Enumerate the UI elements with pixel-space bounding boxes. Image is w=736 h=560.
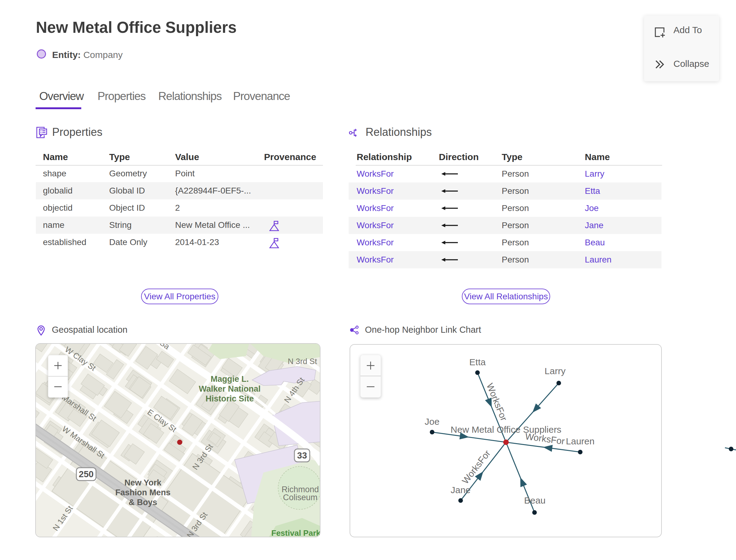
svg-text:New York: New York bbox=[125, 478, 162, 487]
svg-text:Historic Site: Historic Site bbox=[205, 394, 254, 403]
svg-text:250: 250 bbox=[79, 469, 94, 479]
svg-text:Coliseum: Coliseum bbox=[283, 493, 318, 502]
svg-text:Beau: Beau bbox=[524, 495, 546, 505]
svg-text:N 3rd St: N 3rd St bbox=[288, 357, 317, 366]
svg-text:33: 33 bbox=[297, 451, 307, 460]
svg-text:Larry: Larry bbox=[545, 366, 565, 376]
svg-text:Etta: Etta bbox=[469, 357, 486, 367]
svg-text:Joe: Joe bbox=[425, 416, 439, 427]
svg-text:Lauren: Lauren bbox=[566, 436, 594, 446]
svg-text:& Boys: & Boys bbox=[128, 498, 157, 507]
svg-text:Fashion Mens: Fashion Mens bbox=[115, 488, 171, 497]
svg-text:New Metal Office Suppliers: New Metal Office Suppliers bbox=[450, 424, 561, 435]
svg-text:Festival Park: Festival Park bbox=[271, 528, 320, 537]
svg-text:Jane: Jane bbox=[450, 485, 470, 495]
svg-text:Walker National: Walker National bbox=[199, 384, 261, 393]
svg-text:Maggie L.: Maggie L. bbox=[211, 374, 249, 384]
